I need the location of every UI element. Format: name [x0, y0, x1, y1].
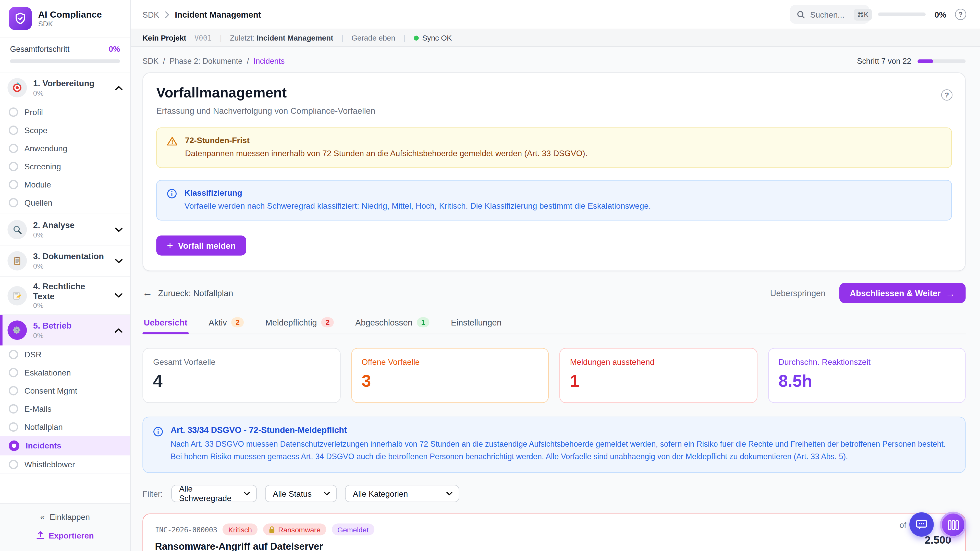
tab-meldepflichtig[interactable]: Meldepflichtig2 [264, 316, 335, 334]
radio-icon [9, 386, 18, 395]
magnifier-icon [7, 220, 27, 239]
content-area: SDK / Phase 2: Dokumente / Incidents Sch… [130, 47, 980, 551]
crumb-incidents: Incidents [253, 57, 285, 65]
severity-filter-select[interactable]: Alle Schweregrade [171, 485, 257, 503]
law-info-box: Art. 33/34 DSGVO - 72-Stunden-Meldepflic… [142, 417, 966, 473]
target-icon [7, 78, 27, 97]
sidebar-item-consent-mgmt[interactable]: Consent Mgmt [0, 382, 130, 400]
sync-status: Sync OK [414, 33, 452, 42]
status-filter-select[interactable]: Alle Status [265, 485, 337, 503]
export-button[interactable]: Exportieren [36, 530, 94, 540]
crumb-separator: / [163, 57, 165, 65]
report-incident-button[interactable]: + Vorfall melden [156, 236, 246, 256]
chevron-down-icon [115, 293, 123, 298]
info-callout: Klassifizierung Vorfaelle werden nach Sc… [156, 180, 952, 221]
crumb-phase[interactable]: Phase 2: Dokumente [169, 57, 242, 65]
tab-aktiv[interactable]: Aktiv2 [207, 316, 245, 334]
sidebar-section-dokumentation[interactable]: 3. Dokumentation 0% [0, 245, 130, 276]
stat-cards: Gesamt Vorfaelle 4 Offene Vorfaelle 3 Me… [142, 348, 966, 403]
search-icon [797, 10, 805, 18]
tab-count-badge: 2 [231, 318, 244, 327]
app-subtitle: SDK [38, 20, 102, 27]
info-body: Vorfaelle werden nach Schweregrad klassi… [184, 201, 651, 212]
chat-fab-button[interactable] [909, 512, 934, 537]
top-progress-value: 0% [935, 10, 946, 19]
crumb-sdk[interactable]: SDK [142, 57, 159, 65]
chevron-right-icon [165, 11, 169, 18]
info-title: Klassifizierung [184, 188, 651, 198]
search-input[interactable] [810, 10, 849, 19]
upload-icon [36, 531, 45, 540]
breadcrumb: SDK Incident Management [142, 10, 261, 19]
section-pct: 0% [33, 332, 72, 339]
main-area: SDK Incident Management ⌘K 0% ? Kein Pro… [130, 0, 980, 551]
sync-ok-dot [414, 35, 418, 40]
law-title: Art. 33/34 DSGVO - 72-Stunden-Meldepflic… [171, 426, 955, 435]
stat-avg-reaction-time: Durchschn. Reaktionszeit 8.5h [768, 348, 966, 403]
skip-button[interactable]: Ueberspringen [770, 289, 825, 298]
radio-icon [9, 460, 18, 469]
page-help-icon[interactable]: ? [941, 89, 953, 100]
sidebar-item-emails[interactable]: E-Mails [0, 400, 130, 418]
breadcrumb-root[interactable]: SDK [142, 10, 159, 19]
sidebar-item-dsr[interactable]: DSR [0, 345, 130, 364]
sidebar-item-profil[interactable]: Profil [0, 103, 130, 121]
app-root: AI Compliance SDK Gesamtfortschritt 0% 1… [0, 0, 980, 551]
incident-title: Ransomware-Angriff auf Dateiserver [155, 541, 953, 551]
sidebar-item-anwendung[interactable]: Anwendung [0, 139, 130, 157]
incident-id: INC-2026-000003 [155, 525, 217, 534]
section-label: 3. Dokumentation [33, 252, 104, 262]
sidebar-item-notfallplan[interactable]: Notfallplan [0, 418, 130, 436]
stat-open-incidents: Offene Vorfaelle 3 [351, 348, 549, 403]
tab-bar: Uebersicht Aktiv2 Meldepflichtig2 Abgesc… [142, 316, 966, 334]
sidebar-item-scope[interactable]: Scope [0, 121, 130, 139]
tab-einstellungen[interactable]: Einstellungen [450, 316, 503, 334]
tab-count-badge: 1 [417, 318, 430, 327]
sidebar-header: AI Compliance SDK [0, 0, 130, 38]
radio-icon [9, 107, 18, 117]
sidebar-item-quellen[interactable]: Quellen [0, 194, 130, 213]
sidebar-section-rechtliche-texte[interactable]: 4. Rechtliche Texte 0% [0, 277, 130, 314]
complete-next-button[interactable]: Abschliessen & Weiter → [839, 283, 966, 303]
clipboard-icon [7, 251, 27, 270]
sidebar-item-screening[interactable]: Screening [0, 157, 130, 176]
page-header-card: Vorfallmanagement ? Erfassung und Nachve… [142, 73, 966, 272]
section-pct: 0% [33, 262, 104, 270]
last-saved-time: Gerade eben [352, 33, 395, 42]
top-bar: SDK Incident Management ⌘K 0% ? [130, 0, 980, 29]
meta-value: 2.500 [899, 534, 951, 547]
tab-abgeschlossen[interactable]: Abgeschlossen1 [354, 316, 431, 334]
warning-triangle-icon [167, 136, 178, 159]
last-visited: Zuletzt: Incident Management [230, 33, 333, 42]
section-pct: 0% [33, 231, 75, 238]
category-badge: Ransomware [263, 524, 326, 536]
sidebar-section-betrieb[interactable]: 5. Betrieb 0% [0, 315, 130, 345]
info-circle-icon [153, 427, 163, 463]
chevron-down-icon [243, 492, 250, 495]
category-filter-select[interactable]: Alle Kategorien [345, 485, 459, 503]
info-circle-icon [167, 189, 177, 212]
warning-body: Datenpannen muessen innerhalb von 72 Stu… [185, 148, 587, 159]
back-link[interactable]: ← Zurueck: Notfallplan [142, 287, 233, 299]
sidebar-item-whistleblower[interactable]: Whistleblower [0, 455, 130, 473]
section-label: 5. Betrieb [33, 321, 72, 331]
sidebar-item-module[interactable]: Module [0, 176, 130, 194]
sidebar-item-incidents[interactable]: Incidents [0, 436, 130, 455]
sidebar: AI Compliance SDK Gesamtfortschritt 0% 1… [0, 0, 130, 551]
incident-card[interactable]: INC-2026-000003 Kritisch Ransomware Geme… [142, 513, 966, 551]
app-title-block: AI Compliance SDK [38, 10, 102, 27]
board-view-fab-button[interactable] [940, 512, 966, 538]
tab-uebersicht[interactable]: Uebersicht [142, 316, 189, 334]
search-box[interactable]: ⌘K [790, 5, 870, 24]
radio-icon [9, 404, 18, 414]
arrow-right-icon: → [945, 288, 955, 299]
top-progress-bar [878, 13, 926, 16]
filter-label: Filter: [142, 489, 163, 499]
sidebar-section-vorbereitung[interactable]: 1. Vorbereitung 0% [0, 73, 130, 103]
collapse-sidebar-button[interactable]: « Einklappen [40, 512, 90, 521]
sidebar-section-analyse[interactable]: 2. Analyse 0% [0, 214, 130, 245]
help-icon[interactable]: ? [955, 9, 966, 20]
sidebar-item-eskalationen[interactable]: Eskalationen [0, 364, 130, 382]
version-tag: V001 [194, 33, 212, 42]
step-navigation: ← Zurueck: Notfallplan Ueberspringen Abs… [142, 283, 966, 303]
